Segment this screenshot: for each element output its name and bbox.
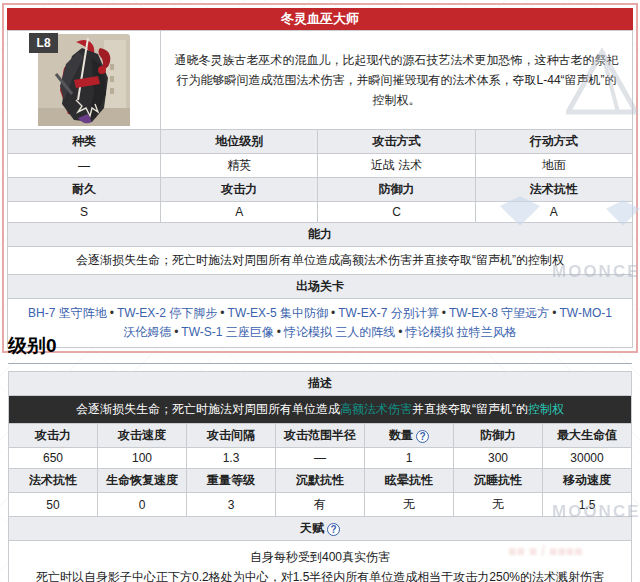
stat-value-stun-res: 无 xyxy=(365,493,454,517)
talent-text: 自身每秒受到400真实伤害 死亡时以自身影子中心正下方0.2格处为中心，对1.5… xyxy=(9,541,632,582)
desc-text: 会逐渐损失生命；死亡时施法对周围所有单位造成高额法术伤害并直接夺取“留声机”的控… xyxy=(9,396,632,424)
talent-header-label: 天赋 xyxy=(300,521,324,535)
page-title: 冬灵血巫大师 xyxy=(7,8,633,30)
talent-line-1: 自身每秒受到400真实伤害 xyxy=(15,547,625,567)
stat-header-attack-interval: 攻击间隔 xyxy=(187,424,276,448)
stat-header-attack-speed: 攻击速度 xyxy=(98,424,187,448)
talent-line-2: 死亡时以自身影子中心正下方0.2格处为中心，对1.5半径内所有单位造成相当于攻击… xyxy=(15,567,625,582)
portrait-cell: L8 xyxy=(8,31,161,130)
attr-value-endurance: S xyxy=(8,202,161,223)
stage-separator: • xyxy=(328,306,338,320)
stat-value-arts-res: 50 xyxy=(9,493,98,517)
stat-header-silence-res: 沉默抗性 xyxy=(276,469,365,493)
stat-header-stun-res: 眩晕抗性 xyxy=(365,469,454,493)
stat-header-hp-regen: 生命恢复速度 xyxy=(98,469,187,493)
stat-value-defense: 300 xyxy=(454,448,543,469)
stage-separator: • xyxy=(217,306,227,320)
attr-header-attack-type: 攻击方式 xyxy=(318,130,475,154)
ability-text: 会逐渐损失生命；死亡时施法对周围所有单位造成高额法术伤害并直接夺取“留声机”的控… xyxy=(8,247,633,275)
stat-header-move-speed: 移动速度 xyxy=(543,469,632,493)
stat-value-silence-res: 有 xyxy=(276,493,365,517)
level0-stats-section: 描述 会逐渐损失生命；死亡时施法对周围所有单位造成高额法术伤害并直接夺取“留声机… xyxy=(8,371,632,582)
section-heading-level0: 级别0 xyxy=(8,333,632,364)
help-icon[interactable]: ? xyxy=(416,430,429,443)
stat-value-count: 1 xyxy=(365,448,454,469)
help-icon[interactable]: ? xyxy=(327,523,340,536)
level0-stats-table: 描述 会逐渐损失生命；死亡时施法对周围所有单位造成高额法术伤害并直接夺取“留声机… xyxy=(8,371,632,582)
stat-header-attack: 攻击力 xyxy=(9,424,98,448)
ability-header: 能力 xyxy=(8,223,633,247)
stat-value-hp-regen: 0 xyxy=(98,493,187,517)
attr-value-res: A xyxy=(475,202,632,223)
wiki-page: { "infobox": { "title": "冬灵血巫大师", "level… xyxy=(0,0,640,582)
desc-pre: 会逐渐损失生命；死亡时施法对周围所有单位造成 xyxy=(76,402,340,416)
stat-header-defense: 防御力 xyxy=(454,424,543,448)
stat-value-attack: 650 xyxy=(9,448,98,469)
desc-highlight-control: 控制权 xyxy=(528,402,564,416)
stat-header-count-label: 数量 xyxy=(389,428,413,442)
desc-header: 描述 xyxy=(9,372,632,396)
level-badge: L8 xyxy=(29,33,58,53)
attr-header-attack: 攻击力 xyxy=(161,178,318,202)
attr-header-endurance: 耐久 xyxy=(8,178,161,202)
stage-separator: • xyxy=(439,306,449,320)
attr-value-attack-type: 近战 法术 xyxy=(318,154,475,178)
stat-header-count: 数量? xyxy=(365,424,454,448)
attr-value-defense: C xyxy=(318,202,475,223)
stat-header-attack-radius: 攻击范围半径 xyxy=(276,424,365,448)
stat-value-move-speed: 1.5 xyxy=(543,493,632,517)
talent-header: 天赋? xyxy=(9,517,632,541)
stage-link-twex8[interactable]: TW-EX-8 守望远方 xyxy=(449,306,549,320)
attr-value-attack: A xyxy=(161,202,318,223)
attr-header-rank: 地位级别 xyxy=(161,130,318,154)
stat-header-arts-res: 法术抗性 xyxy=(9,469,98,493)
attr-header-res: 法术抗性 xyxy=(475,178,632,202)
stat-value-max-hp: 30000 xyxy=(543,448,632,469)
attr-header-type: 种类 xyxy=(8,130,161,154)
stage-link-twex2[interactable]: TW-EX-2 停下脚步 xyxy=(117,306,217,320)
stat-value-weight: 3 xyxy=(187,493,276,517)
stat-value-attack-interval: 1.3 xyxy=(187,448,276,469)
desc-mid: 并直接夺取“留声机”的 xyxy=(412,402,528,416)
attr-value-type: — xyxy=(8,154,161,178)
enemy-attributes-table: L8 xyxy=(7,30,633,348)
stat-header-weight: 重量等级 xyxy=(187,469,276,493)
enemy-description: 通晓冬灵族古老巫术的混血儿，比起现代的源石技艺法术更加恐怖，这种古老的祭祀行为能… xyxy=(161,31,633,130)
stat-value-attack-speed: 100 xyxy=(98,448,187,469)
stage-link-twex7[interactable]: TW-EX-7 分别计算 xyxy=(338,306,438,320)
stage-link-twex5[interactable]: TW-EX-5 集中防御 xyxy=(228,306,328,320)
enemy-infobox: 冬灵血巫大师 L8 xyxy=(2,3,638,353)
stage-separator: • xyxy=(549,306,559,320)
stat-value-sleep-res: 无 xyxy=(454,493,543,517)
stat-header-sleep-res: 沉睡抗性 xyxy=(454,469,543,493)
enemy-portrait[interactable]: L8 xyxy=(38,34,130,126)
stage-separator: • xyxy=(107,306,117,320)
desc-highlight-arts-damage: 高额法术伤害 xyxy=(340,402,412,416)
stat-header-max-hp: 最大生命值 xyxy=(543,424,632,448)
attr-value-rank: 精英 xyxy=(161,154,318,178)
stages-header: 出场关卡 xyxy=(8,275,633,299)
attr-header-defense: 防御力 xyxy=(318,178,475,202)
stat-value-attack-radius: — xyxy=(276,448,365,469)
stage-link-bh7[interactable]: BH-7 坚守阵地 xyxy=(28,306,107,320)
attr-value-movement: 地面 xyxy=(475,154,632,178)
attr-header-movement: 行动方式 xyxy=(475,130,632,154)
